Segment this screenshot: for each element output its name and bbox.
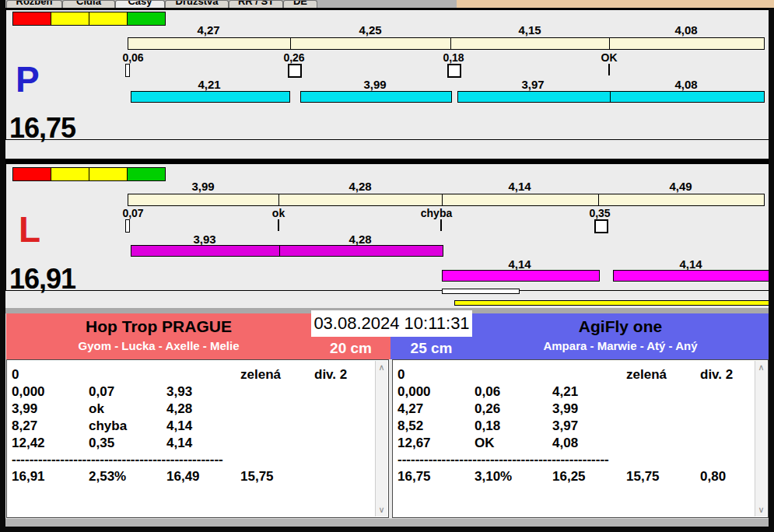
window-right-border — [769, 8, 774, 532]
panel-divider — [0, 159, 774, 163]
table-cell: 3,99 — [552, 402, 578, 415]
tab-label: Rozběh — [7, 0, 61, 7]
lane-letter: L — [19, 212, 40, 247]
exchange-value: 0,35 — [589, 207, 610, 219]
run-bar — [613, 270, 770, 282]
scroll-up-icon[interactable]: ∧ — [376, 362, 387, 373]
scroll-down-icon[interactable]: ∨ — [376, 504, 387, 516]
run-time: 4,14 — [679, 257, 702, 271]
lane-letter: P — [16, 61, 40, 97]
sector-bar — [128, 194, 765, 206]
table-cell: div. 2 — [700, 368, 733, 381]
table-cell: 0,35 — [89, 436, 114, 450]
total-time: 16,75 — [398, 470, 431, 483]
table-cell: 3,93 — [166, 385, 192, 398]
table-cell: 0,000 — [12, 385, 45, 398]
team-members: Ampara - Marwie - Atý - Aný — [472, 339, 769, 352]
exchange-line-marker — [278, 219, 279, 231]
table-separator: ----------------------------------------… — [398, 453, 617, 466]
results-table-left: 0 zelená div. 2 0,000 0,07 3,93 3,99 ok … — [6, 359, 389, 518]
sector-segment — [128, 194, 279, 205]
exchange-tick-marker — [125, 219, 130, 233]
table-cell: 0,06 — [475, 385, 500, 398]
table-cell: 8,27 — [12, 419, 37, 432]
scrollbar[interactable]: ∧ ∨ — [375, 361, 387, 516]
table-cell: 4,08 — [552, 436, 578, 450]
size-class-right: 25 cm — [391, 337, 472, 359]
table-cell: 0 — [12, 368, 19, 381]
run-time: 3,99 — [363, 78, 386, 91]
run-bar — [457, 91, 765, 103]
table-cell: 8,52 — [398, 419, 423, 432]
exchange-checkbox[interactable] — [447, 64, 461, 78]
scrollbar[interactable]: ∧ ∨ — [755, 361, 767, 516]
team-name: Hop Trop PRAGUE — [6, 317, 311, 336]
status-light-bar — [13, 167, 166, 181]
sector-segment — [451, 38, 610, 49]
table-cell: 4,14 — [166, 436, 192, 450]
sector-time: 4,14 — [508, 180, 531, 193]
table-cell: 4,21 — [552, 385, 578, 398]
tab-label: Družstva — [166, 0, 228, 7]
sector-segment — [443, 194, 599, 205]
exchange-value: OK — [601, 51, 618, 64]
size-class-left: 20 cm — [311, 337, 391, 359]
exchange-line-marker — [440, 219, 442, 231]
total-reference-time: 15,75 — [626, 470, 660, 483]
sector-segment — [610, 38, 764, 49]
exchange-value: 0,06 — [122, 51, 143, 64]
scroll-down-icon[interactable]: ∨ — [755, 504, 767, 516]
table-cell: 4,27 — [398, 402, 423, 415]
exchange-line-marker — [608, 64, 610, 75]
progress-box — [442, 289, 520, 294]
exchange-value: chyba — [421, 207, 452, 219]
run-time: 4,08 — [674, 78, 697, 91]
sector-segment — [291, 38, 451, 49]
desktop-background-strip — [457, 0, 774, 8]
sector-segment — [279, 194, 443, 205]
window-left-border — [0, 0, 5, 532]
sector-time: 4,08 — [674, 23, 697, 37]
lane-total-time: 16,91 — [9, 265, 75, 293]
status-swatch-yellow — [89, 167, 128, 181]
scroll-up-icon[interactable]: ∧ — [755, 362, 767, 373]
sector-segment — [599, 194, 764, 205]
table-cell: 0,18 — [475, 419, 500, 432]
total-clean-time: 16,25 — [552, 470, 586, 483]
status-swatch-yellow — [51, 167, 89, 181]
exchange-value: 0,18 — [443, 51, 464, 64]
tab-label: RR / ST — [229, 0, 282, 7]
table-cell: 0,000 — [398, 385, 431, 398]
run-bar-divider — [610, 92, 611, 102]
run-bar-divider — [279, 246, 280, 256]
status-swatch-green — [127, 12, 166, 26]
status-swatch-red — [12, 12, 51, 26]
table-cell: zelená — [626, 368, 667, 381]
sector-time: 4,49 — [669, 180, 692, 193]
table-cell: chyba — [89, 419, 127, 432]
run-time: 4,21 — [198, 78, 220, 91]
table-cell: 4,28 — [166, 402, 192, 415]
run-bar — [131, 245, 443, 257]
table-cell: 12,67 — [398, 436, 431, 450]
tab-label: Časy — [116, 0, 164, 7]
table-cell: 0 — [398, 368, 405, 381]
lane-panel-l: 3,99 4,28 4,14 4,49 0,07 ok chyba 0,35 3… — [5, 163, 769, 291]
exchange-value: 0,26 — [283, 51, 304, 64]
exchange-checkbox[interactable] — [594, 219, 608, 233]
table-cell: 4,14 — [166, 419, 192, 432]
run-time: 4,28 — [348, 233, 371, 246]
table-cell: ok — [89, 402, 104, 415]
tab-label: Čidla — [63, 0, 114, 7]
sector-time: 4,27 — [197, 23, 219, 37]
table-cell: 12,42 — [12, 436, 45, 450]
status-swatch-yellow — [51, 12, 89, 26]
exchange-checkbox[interactable] — [288, 64, 302, 78]
sector-time: 4,25 — [359, 23, 381, 37]
run-bar — [300, 91, 452, 103]
team-members: Gyom - Lucka - Axelle - Melie — [6, 339, 311, 352]
table-cell: OK — [475, 436, 495, 450]
datetime-display: 03.08.2024 10:11:31 — [311, 310, 472, 337]
window-bottom-border — [0, 527, 774, 532]
total-reference-time: 15,75 — [240, 470, 274, 483]
